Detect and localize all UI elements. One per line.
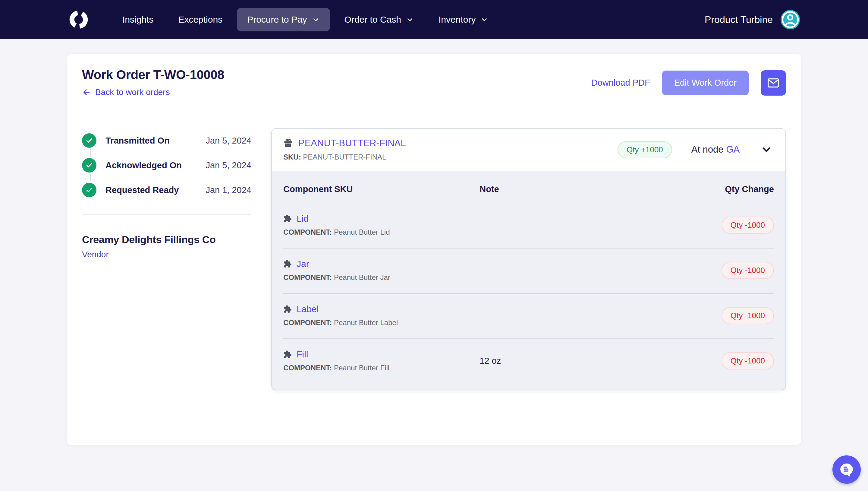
timeline-item-transmitted: Transmitted On Jan 5, 2024: [82, 128, 251, 153]
qty-change-badge-negative: Qty -1000: [721, 262, 774, 279]
app-logo-icon[interactable]: [68, 9, 89, 30]
chevron-down-icon: [312, 16, 320, 24]
nav-label: Insights: [122, 15, 153, 25]
component-cell: Jar COMPONENT: Peanut Butter Jar: [283, 259, 479, 282]
card-body: Transmitted On Jan 5, 2024 Acknowledged …: [67, 111, 801, 445]
vendor-name: Creamy Delights Fillings Co: [82, 234, 251, 246]
nav-label: Exceptions: [178, 15, 222, 25]
product-panel-header-right: Qty +1000 At node GA: [618, 141, 774, 158]
sku-label: SKU:: [283, 153, 301, 161]
product-panel-header: PEANUT-BUTTER-FINAL SKU: PEANUT-BUTTER-F…: [272, 129, 785, 171]
table-row: Fill COMPONENT: Peanut Butter Fill 12 oz…: [283, 339, 774, 387]
nav-item-procure-to-pay[interactable]: Procure to Pay: [237, 8, 330, 31]
component-description: COMPONENT: Peanut Butter Jar: [283, 273, 479, 282]
at-node-prefix: At node: [691, 144, 724, 155]
component-link[interactable]: Lid: [297, 213, 309, 224]
component-link[interactable]: Fill: [297, 349, 308, 359]
vendor-role-label: Vendor: [82, 250, 251, 259]
nav-item-insights[interactable]: Insights: [112, 8, 164, 31]
timeline-date: Jan 1, 2024: [206, 185, 251, 195]
puzzle-piece-icon: [283, 260, 292, 268]
component-link[interactable]: Jar: [297, 259, 309, 269]
qty-cell: Qty -1000: [647, 307, 774, 324]
top-navbar: Insights Exceptions Procure to Pay Order…: [0, 0, 868, 39]
chat-widget-button[interactable]: [832, 455, 861, 484]
qty-change-badge-negative: Qty -1000: [721, 216, 774, 234]
qty-change-badge-positive: Qty +1000: [618, 141, 672, 158]
chevron-down-icon: [480, 16, 488, 24]
sku-value: PEANUT-BUTTER-FINAL: [303, 153, 386, 161]
component-cell: Lid COMPONENT: Peanut Butter Lid: [283, 213, 479, 236]
component-link[interactable]: Label: [297, 304, 318, 314]
back-link-label: Back to work orders: [95, 87, 170, 97]
components-table: Component SKU Note Qty Change Lid: [272, 171, 785, 389]
col-header-component-sku: Component SKU: [283, 184, 479, 194]
table-row: Jar COMPONENT: Peanut Butter Jar Qty -10…: [283, 249, 774, 294]
component-cell: Fill COMPONENT: Peanut Butter Fill: [283, 349, 479, 372]
sku-line: SKU: PEANUT-BUTTER-FINAL: [283, 153, 406, 161]
nav-label: Inventory: [438, 15, 475, 25]
nav-label: Procure to Pay: [247, 15, 307, 25]
download-pdf-link[interactable]: Download PDF: [591, 78, 650, 88]
component-label: COMPONENT:: [283, 273, 332, 281]
nav-item-exceptions[interactable]: Exceptions: [168, 8, 233, 31]
user-name: Product Turbine: [705, 14, 773, 25]
nav-item-inventory[interactable]: Inventory: [428, 8, 498, 31]
component-description: COMPONENT: Peanut Butter Fill: [283, 364, 479, 372]
node-link[interactable]: GA: [726, 144, 740, 155]
qty-cell: Qty -1000: [647, 216, 774, 234]
puzzle-piece-icon: [283, 305, 292, 313]
product-sku-link[interactable]: PEANUT-BUTTER-FINAL: [299, 138, 406, 149]
page-title: Work Order T-WO-10008: [82, 67, 224, 82]
nav-item-order-to-cash[interactable]: Order to Cash: [334, 8, 424, 31]
chat-bubble-icon: [839, 462, 855, 478]
send-email-button[interactable]: [761, 70, 786, 96]
product-info: PEANUT-BUTTER-FINAL SKU: PEANUT-BUTTER-F…: [283, 138, 406, 161]
component-value: Peanut Butter Fill: [334, 364, 390, 372]
collapse-chevron-icon[interactable]: [759, 142, 774, 157]
component-description: COMPONENT: Peanut Butter Label: [283, 318, 479, 327]
status-column: Transmitted On Jan 5, 2024 Acknowledged …: [82, 128, 251, 390]
gift-icon: [283, 139, 293, 148]
chevron-down-icon: [406, 16, 414, 24]
timeline-date: Jan 5, 2024: [206, 136, 251, 146]
check-circle-icon: [82, 133, 96, 148]
product-panel: PEANUT-BUTTER-FINAL SKU: PEANUT-BUTTER-F…: [271, 128, 786, 390]
main-nav: Insights Exceptions Procure to Pay Order…: [112, 8, 498, 31]
card-header: Work Order T-WO-10008 Back to work order…: [67, 54, 801, 111]
arrow-left-icon: [82, 88, 91, 97]
puzzle-piece-icon: [283, 214, 292, 223]
work-order-card: Work Order T-WO-10008 Back to work order…: [67, 54, 801, 445]
title-block: Work Order T-WO-10008 Back to work order…: [82, 67, 224, 98]
nav-label: Order to Cash: [344, 15, 401, 25]
envelope-icon: [767, 76, 780, 90]
qty-change-badge-negative: Qty -1000: [721, 352, 774, 370]
component-label: COMPONENT:: [283, 318, 332, 327]
component-description: COMPONENT: Peanut Butter Lid: [283, 228, 479, 236]
vendor-block: Creamy Delights Fillings Co Vendor: [82, 214, 251, 259]
header-actions: Download PDF Edit Work Order: [591, 70, 786, 96]
timeline-item-acknowledged: Acknowledged On Jan 5, 2024: [82, 153, 251, 178]
edit-work-order-button[interactable]: Edit Work Order: [662, 70, 749, 95]
user-avatar[interactable]: [781, 10, 800, 29]
col-header-note: Note: [479, 184, 647, 194]
status-timeline: Transmitted On Jan 5, 2024 Acknowledged …: [82, 128, 251, 202]
timeline-label: Acknowledged On: [105, 161, 206, 170]
table-row: Label COMPONENT: Peanut Butter Label Qty…: [283, 294, 774, 339]
timeline-label: Requested Ready: [105, 185, 206, 195]
timeline-item-requested-ready: Requested Ready Jan 1, 2024: [82, 178, 251, 202]
puzzle-piece-icon: [283, 350, 292, 358]
component-value: Peanut Butter Label: [334, 318, 398, 327]
user-menu: Product Turbine: [705, 10, 800, 29]
note-cell: 12 oz: [479, 356, 647, 366]
check-circle-icon: [82, 183, 96, 197]
back-to-work-orders-link[interactable]: Back to work orders: [82, 87, 170, 97]
qty-cell: Qty -1000: [647, 262, 774, 279]
component-value: Peanut Butter Lid: [334, 228, 390, 236]
timeline-date: Jan 5, 2024: [206, 161, 251, 170]
table-header-row: Component SKU Note Qty Change: [283, 171, 774, 203]
qty-change-badge-negative: Qty -1000: [721, 307, 774, 324]
component-value: Peanut Butter Jar: [334, 273, 390, 281]
timeline-label: Transmitted On: [105, 136, 206, 146]
check-circle-icon: [82, 158, 96, 173]
